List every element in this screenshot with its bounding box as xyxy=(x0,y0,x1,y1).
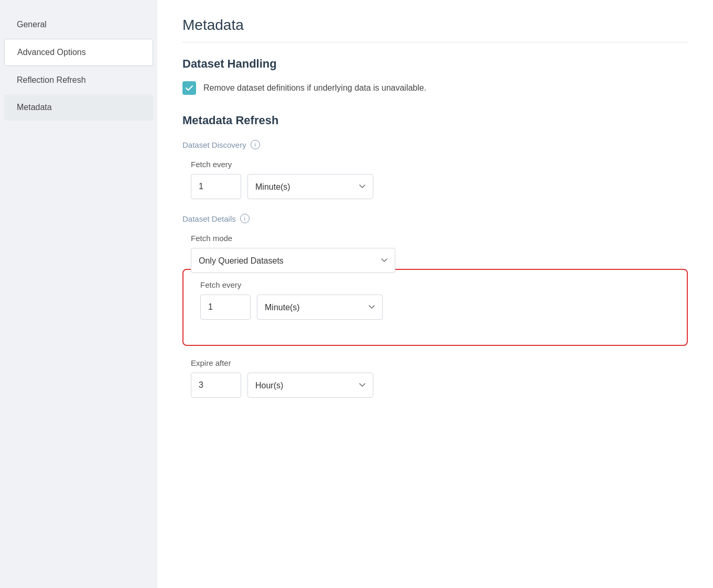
sidebar-item-metadata[interactable]: Metadata xyxy=(4,94,153,121)
dataset-handling-section: Dataset Handling Remove dataset definiti… xyxy=(182,57,688,95)
fetch-every-label-1: Fetch every xyxy=(191,160,688,169)
expire-after-input-row: Minute(s) Hour(s) Day(s) xyxy=(191,373,688,398)
highlight-box: Fetch every Minute(s) Hour(s) Day(s) xyxy=(182,269,688,346)
metadata-refresh-title: Metadata Refresh xyxy=(182,114,688,127)
dataset-details-fetch-value[interactable] xyxy=(200,295,251,320)
title-divider xyxy=(182,42,688,42)
dataset-discovery-fetch-value[interactable] xyxy=(191,174,241,199)
dataset-details-label-row: Dataset Details i xyxy=(182,214,688,223)
dataset-discovery-info-icon[interactable]: i xyxy=(251,140,260,149)
expire-after-value[interactable] xyxy=(191,373,241,398)
remove-dataset-label: Remove dataset definitions if underlying… xyxy=(203,83,426,93)
dataset-handling-title: Dataset Handling xyxy=(182,57,688,71)
dataset-details-info-icon[interactable]: i xyxy=(240,214,250,223)
metadata-refresh-section: Metadata Refresh Dataset Discovery i Fet… xyxy=(182,114,688,398)
dataset-discovery-input-row: Minute(s) Hour(s) Day(s) xyxy=(191,174,688,199)
dataset-details-input-row: Minute(s) Hour(s) Day(s) xyxy=(200,295,678,320)
sidebar-item-advanced-options[interactable]: Advanced Options xyxy=(4,39,153,66)
dataset-discovery-fetch-unit[interactable]: Minute(s) Hour(s) Day(s) xyxy=(247,174,373,199)
dataset-discovery-label: Dataset Discovery xyxy=(182,140,246,149)
dataset-handling-checkbox-row: Remove dataset definitions if underlying… xyxy=(182,81,688,95)
remove-dataset-checkbox[interactable] xyxy=(182,81,196,95)
fetch-mode-label: Fetch mode xyxy=(191,234,688,243)
fetch-every-label-2: Fetch every xyxy=(200,280,678,289)
expire-after-unit[interactable]: Minute(s) Hour(s) Day(s) xyxy=(247,373,373,398)
dataset-details-fetch-unit[interactable]: Minute(s) Hour(s) Day(s) xyxy=(257,295,383,320)
sidebar-item-reflection-refresh[interactable]: Reflection Refresh xyxy=(4,67,153,93)
dataset-discovery-fetch-row: Fetch every Minute(s) Hour(s) Day(s) xyxy=(182,160,688,199)
fetch-mode-section: Fetch mode Only Queried Datasets All Dat… xyxy=(182,234,688,273)
dataset-details-label: Dataset Details xyxy=(182,214,236,223)
expire-after-label: Expire after xyxy=(191,358,688,367)
sidebar: General Advanced Options Reflection Refr… xyxy=(0,0,157,588)
dataset-discovery-group: Dataset Discovery i Fetch every Minute(s… xyxy=(182,140,688,199)
page-title: Metadata xyxy=(182,17,688,34)
sidebar-item-general[interactable]: General xyxy=(4,12,153,38)
dataset-discovery-label-row: Dataset Discovery i xyxy=(182,140,688,149)
main-content: Metadata Dataset Handling Remove dataset… xyxy=(157,0,713,588)
dataset-details-group: Dataset Details i Fetch mode Only Querie… xyxy=(182,214,688,398)
expire-after-section: Expire after Minute(s) Hour(s) Day(s) xyxy=(182,358,688,398)
fetch-mode-select[interactable]: Only Queried Datasets All Datasets xyxy=(191,248,395,273)
